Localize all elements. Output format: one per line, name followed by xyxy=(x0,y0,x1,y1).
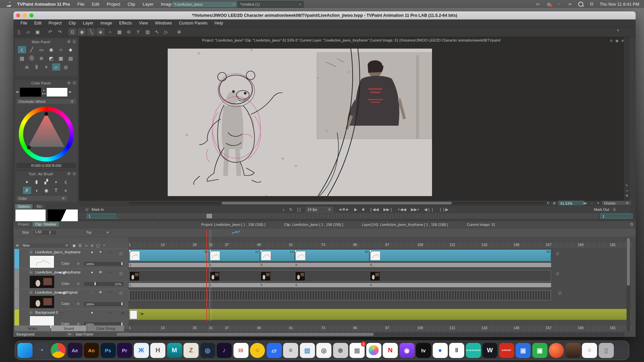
layer-row-2[interactable]: −LiveAction_jiwoo_Original◂▸ ▦+• • •○⊜• … xyxy=(14,289,128,309)
round-brush-icon[interactable]: ◗ xyxy=(52,178,60,185)
flat-brush-icon[interactable]: ▞ xyxy=(42,178,51,185)
marker-icon[interactable]: ▮ xyxy=(33,178,41,185)
swap-colors-icon[interactable]: ▼◄► xyxy=(41,89,46,95)
video-thumbnail[interactable] xyxy=(295,272,305,281)
layer-opacity-thumb[interactable] xyxy=(121,322,122,325)
green-app-icon[interactable]: ▣ xyxy=(532,343,547,358)
bracket-icon[interactable]: [ ] xyxy=(297,207,301,212)
collapse-layer-icon[interactable]: − xyxy=(29,250,33,254)
pen-settings-icon[interactable]: ✎ xyxy=(624,184,630,187)
keyboard-app-icon[interactable]: ▦1 xyxy=(350,343,365,358)
airbrush-icon[interactable]: ✗ xyxy=(23,187,31,194)
lock-icon[interactable]: Ω xyxy=(68,28,76,36)
curve-tool-icon[interactable]: ∩ xyxy=(57,46,65,53)
layer-opacity-thumb[interactable] xyxy=(121,302,122,305)
chromatic-wheel[interactable] xyxy=(19,107,74,162)
open-icon[interactable]: ▱ xyxy=(24,28,32,36)
timeline-vscrollbar[interactable] xyxy=(627,237,630,331)
mixed-pens-icon[interactable]: × xyxy=(42,63,51,71)
board-icon[interactable]: ▥ xyxy=(144,28,152,36)
trash-icon[interactable]: ▯ xyxy=(599,343,614,358)
timeline-lock-icon[interactable]: Ω xyxy=(630,222,633,226)
layer-thumbnail[interactable] xyxy=(30,296,54,308)
keyframe-thumbnail[interactable] xyxy=(130,251,140,260)
bulb-icon[interactable]: ○ xyxy=(106,28,114,36)
settings-icon[interactable]: ⊕ xyxy=(175,28,183,36)
apple-menu-icon[interactable] xyxy=(7,2,11,7)
window-titlebar[interactable]: */Volumes/JIWOO LEE/2D Character animati… xyxy=(13,11,636,19)
selection-icon[interactable]: ▢ xyxy=(96,243,100,248)
collapse-layer-icon[interactable]: − xyxy=(29,311,33,314)
finder-icon[interactable] xyxy=(17,343,33,358)
layer-opacity-thumb[interactable] xyxy=(121,262,122,265)
hand-icon[interactable]: ✥ xyxy=(624,194,630,197)
audio-midi-icon[interactable]: ‖ xyxy=(449,343,464,358)
circle-tool-icon[interactable]: ◉ xyxy=(47,46,55,53)
dark-ring-app-icon[interactable]: ◎ xyxy=(200,343,215,358)
next-frame-button[interactable]: ❘❘▶ xyxy=(439,207,448,212)
tab-bin[interactable]: Bin xyxy=(34,204,45,209)
layer-opacity-slider[interactable]: 100% xyxy=(84,302,124,307)
audio-purple-icon[interactable]: ♪ xyxy=(217,343,232,358)
premiere-icon[interactable]: Pr xyxy=(117,343,132,358)
layer-lock-icon[interactable]: ⊜ xyxy=(99,290,102,294)
menubar-item-edit[interactable]: Edit xyxy=(92,2,99,7)
start-frame-field[interactable]: Start Frame xyxy=(74,332,119,337)
image-file-icon[interactable] xyxy=(566,343,581,358)
timeline-hscrollbar[interactable] xyxy=(117,333,625,336)
zoom-in-button[interactable]: + xyxy=(597,201,599,205)
tool-mode-dropdown[interactable]: Color▼ xyxy=(16,196,67,201)
plug-in-scan-icon[interactable]: PLUG IN SCAN xyxy=(466,343,481,358)
freehand-tool-icon[interactable]: ς xyxy=(18,46,26,53)
smudge-icon[interactable]: ς xyxy=(62,178,70,185)
blue-app-icon[interactable]: ▱ xyxy=(267,343,282,358)
maya-icon[interactable]: M xyxy=(167,343,182,358)
app-menu-layer[interactable]: Layer xyxy=(83,21,93,25)
keyframe-thumbnail[interactable] xyxy=(370,251,380,260)
display-dropdown[interactable]: Display▼ xyxy=(602,201,631,205)
collapse-panel-icon[interactable]: ▼ xyxy=(67,40,71,44)
sort-icon[interactable]: ≡▾ xyxy=(68,333,71,336)
gradient-swatch-white[interactable] xyxy=(15,209,46,222)
scrub-hand-icon[interactable]: ◄✥► xyxy=(338,207,350,212)
secondary-color-swatch[interactable] xyxy=(46,87,68,97)
close-panel-icon[interactable]: × xyxy=(72,81,76,85)
yellow-ring-icon[interactable]: ○ xyxy=(250,343,265,358)
prev-key-button[interactable]: +◀◀ xyxy=(397,207,406,212)
canvas-image[interactable] xyxy=(168,49,432,196)
after-effects-icon[interactable]: Ae xyxy=(67,343,83,358)
track1-segment-3.[interactable]: 13 xyxy=(260,249,295,261)
video-thumbnail[interactable] xyxy=(261,272,271,281)
browser-gray-icon[interactable]: ◔ xyxy=(34,343,49,358)
segment-handle[interactable] xyxy=(260,250,262,252)
track3-filmstrip[interactable] xyxy=(129,290,551,300)
position-dropdown[interactable]: Top▼ xyxy=(84,230,111,235)
timeline-ruler-top[interactable]: 1132531374961738597109121133145157169181 xyxy=(129,242,632,248)
layer-visibility-toggle[interactable]: ○ xyxy=(91,290,93,294)
cut-selection-icon[interactable]: ▨ xyxy=(18,55,26,62)
pen-icon[interactable]: ╲ xyxy=(87,28,95,36)
undo-icon[interactable]: ↶ xyxy=(46,28,54,36)
prev-frame-button[interactable]: ◀❘❘ xyxy=(424,207,434,212)
background-field[interactable]: Background xyxy=(15,332,67,337)
mark-out-clock-icon[interactable]: ↓ xyxy=(612,207,616,212)
gradient-swatch-diagonal[interactable] xyxy=(47,209,78,222)
timeline-vscrollbar-thumb[interactable] xyxy=(627,238,630,286)
app-menu-image[interactable]: Image xyxy=(100,21,112,25)
stack-icon[interactable]: ≋ xyxy=(16,243,19,248)
collapse-layer-icon[interactable]: − xyxy=(29,270,33,274)
layers-icon[interactable]: ◈ xyxy=(97,28,105,36)
speaker-icon[interactable]: ♪ xyxy=(282,207,284,212)
layer-color-tag[interactable] xyxy=(14,289,19,309)
app-menu-project[interactable]: Project xyxy=(49,21,62,25)
layer-lock-icon[interactable]: ⊜ xyxy=(99,270,102,274)
layer-visibility-toggle[interactable]: ● xyxy=(91,310,93,314)
remote-desktop-icon[interactable]: ▣ xyxy=(516,343,531,358)
light-table-icon[interactable]: ☀ xyxy=(99,250,102,254)
fill-tool-icon[interactable]: ◆ xyxy=(66,46,75,53)
zoom-tool-icon[interactable]: ⊖ xyxy=(37,55,46,62)
active-app-name[interactable]: TVPaint Animation 11 Pro xyxy=(17,2,70,7)
timeline-tab-clip[interactable]: Clip: Timeline xyxy=(33,222,59,227)
current-frame-marker[interactable] xyxy=(209,230,210,321)
new-document-icon[interactable]: ▯ xyxy=(15,28,23,36)
